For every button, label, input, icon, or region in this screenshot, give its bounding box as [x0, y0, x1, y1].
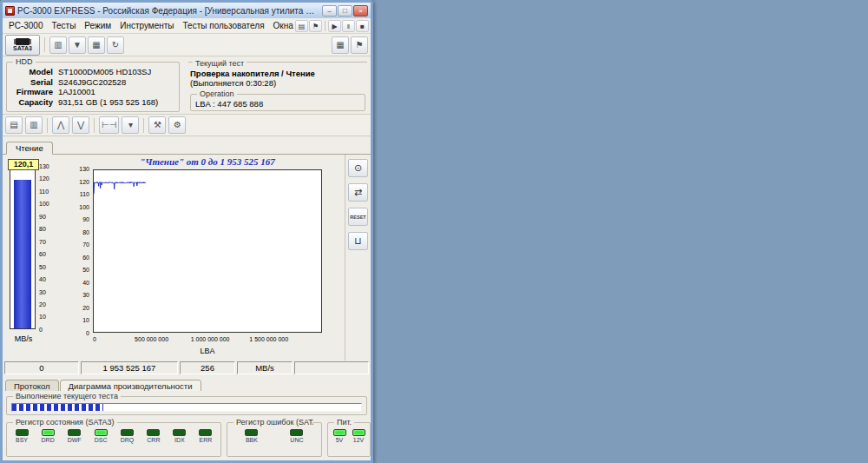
y-tick-label: 80	[69, 229, 91, 235]
x-tick-label: 500 000 000	[135, 336, 168, 342]
y-tick-label: 20	[39, 301, 62, 308]
y-tick-label: 40	[39, 276, 62, 282]
led-label: 12V	[353, 437, 364, 444]
led-indicator: ERR	[199, 429, 212, 444]
y-tick-label: 60	[39, 251, 62, 257]
status-cell-filler	[294, 361, 369, 374]
status-register-label: Регистр состояния (SATA3)	[13, 418, 117, 427]
tab-reading[interactable]: Чтение	[6, 142, 53, 155]
y-tick-label: 50	[69, 267, 91, 273]
main-toolbar: SATA3 ▥▼▦↻ ▦⚑	[3, 34, 371, 56]
speed-value-label: 120,1	[8, 159, 39, 170]
operation-label: Operation	[197, 89, 237, 98]
menu-item[interactable]: Окна	[269, 20, 295, 31]
desktop: PC-3000 EXPRESS - Российская Федерация –…	[0, 0, 868, 463]
data-table-icon[interactable]: ▦	[332, 36, 349, 54]
pc3000-app-icon	[5, 6, 15, 16]
open-profile-icon[interactable]: ▥	[49, 36, 67, 54]
menu-items: PC-3000ТестыРежимИнструментыТесты пользо…	[4, 20, 295, 31]
maximize-button[interactable]: □	[338, 5, 352, 17]
led-label: DWF	[68, 437, 82, 444]
menu-item[interactable]: Тесты	[47, 20, 80, 31]
hdd-row: SerialS246J9GC202528	[10, 77, 176, 88]
database-icon[interactable]: ▦	[88, 36, 105, 54]
hdd-field-label: Serial	[10, 77, 53, 88]
y-tick-label: 10	[39, 314, 62, 320]
led-label: CRR	[147, 437, 160, 444]
menu-item[interactable]: Тесты пользователя	[179, 20, 269, 31]
power-icon[interactable]: ⊙	[348, 159, 368, 177]
run-user-test-icon[interactable]: ⚑	[351, 36, 368, 54]
reset-button[interactable]: RESET	[348, 208, 368, 226]
diagram-page-icon[interactable]: ▥	[25, 116, 43, 134]
stop-test-button[interactable]: ■	[356, 20, 369, 32]
read-speed-line	[94, 170, 321, 332]
tools-icon[interactable]: ⚒	[148, 116, 166, 134]
y-tick-label: 110	[39, 189, 62, 195]
current-test-panel: Текущий тест Проверка накопителя / Чтени…	[188, 62, 367, 112]
led-indicator: CRR	[147, 429, 160, 444]
bottom-tab[interactable]: Протокол	[5, 380, 59, 391]
toolbar-separator	[47, 118, 48, 133]
led-label: DRD	[42, 437, 55, 444]
led-indicator: DRD	[42, 429, 55, 444]
run-script-icon[interactable]: ⚑	[309, 20, 322, 32]
menu-item[interactable]: PC-3000	[4, 20, 47, 31]
status-cell: 1 953 525 167	[81, 361, 178, 374]
led-off	[147, 429, 160, 436]
status-cell: MB/s	[237, 361, 293, 374]
chart-tabstrip: Чтение	[3, 136, 371, 155]
bar-plot	[10, 167, 36, 329]
led-label: DSC	[95, 437, 108, 444]
current-test-name: Проверка накопителя / Чтение	[190, 69, 365, 78]
current-test-label: Текущий тест	[193, 59, 247, 68]
toolbar-icons: ▥▼▦↻	[49, 36, 124, 54]
power-label: Пит.	[334, 418, 354, 427]
sata-port-label: SATA3	[13, 45, 32, 52]
menu-item[interactable]: Режим	[80, 20, 115, 31]
graph-dip-icon[interactable]: ⋁	[72, 116, 89, 134]
y-tick-label: 90	[39, 214, 62, 220]
toolbar-right-icons: ▦⚑	[332, 36, 368, 54]
close-button[interactable]: ×	[353, 5, 368, 17]
pause-test-button[interactable]: ‖	[342, 20, 355, 32]
registers-strip: Регистр состояния (SATA3) BSYDRDDWFDSCDR…	[6, 422, 367, 457]
led-off	[245, 429, 258, 436]
led-off	[121, 429, 134, 436]
protocol-page-icon[interactable]: ▤	[5, 116, 23, 134]
hdd-field-label: Capacity	[10, 97, 53, 108]
start-test-button[interactable]: ▶	[328, 20, 341, 32]
ruler-icon[interactable]: ⊢⊣	[99, 116, 119, 134]
hdd-field-value: 1AJ10001	[58, 87, 95, 97]
y-tick-label: 20	[69, 305, 91, 311]
window-controls: – □ ×	[322, 5, 368, 17]
save-report-icon[interactable]: ▼	[69, 36, 86, 54]
sata-port-button[interactable]: SATA3	[5, 35, 40, 56]
led-indicator: DWF	[68, 429, 82, 444]
menu-item[interactable]: Инструменты	[115, 20, 178, 31]
minimize-button[interactable]: –	[322, 5, 337, 17]
refresh-icon[interactable]: ↻	[107, 36, 124, 54]
bottom-tabs: ПротоколДиаграмма производительности	[3, 375, 371, 391]
dropdown-arrow-icon[interactable]: ▾	[122, 116, 139, 134]
led-indicator: 5V	[333, 429, 346, 444]
graph-peak-icon[interactable]: ⋀	[52, 116, 69, 134]
params-icon[interactable]: ⚙	[168, 116, 186, 134]
y-tick-label: 30	[39, 289, 62, 295]
help-book-icon[interactable]: ▤	[295, 20, 308, 32]
led-label: IDX	[174, 437, 185, 444]
hdd-field-value: ST1000DM005 HD103SJ	[58, 67, 151, 77]
y-tick-label: 100	[39, 201, 62, 207]
window-title: PC-3000 EXPRESS - Российская Федерация -…	[17, 6, 319, 16]
bottom-tab[interactable]: Диаграмма производительности	[60, 380, 201, 391]
led-indicator: BSY	[16, 429, 29, 444]
progress-label: Выполнение текущего теста	[13, 392, 121, 400]
led-off	[290, 429, 303, 436]
led-label: 5V	[336, 437, 344, 444]
hdd-field-label: Firmware	[10, 87, 53, 97]
window-titlebar[interactable]: PC-3000 EXPRESS - Российская Федерация -…	[3, 3, 371, 18]
hdd-info-panel: HDD ModelST1000DM005 HD103SJSerialS246J9…	[6, 62, 180, 112]
status-cell: 0	[4, 361, 79, 374]
master-swap-icon[interactable]: ⇄	[348, 183, 368, 202]
clamp-icon[interactable]: ⊔	[348, 232, 368, 250]
